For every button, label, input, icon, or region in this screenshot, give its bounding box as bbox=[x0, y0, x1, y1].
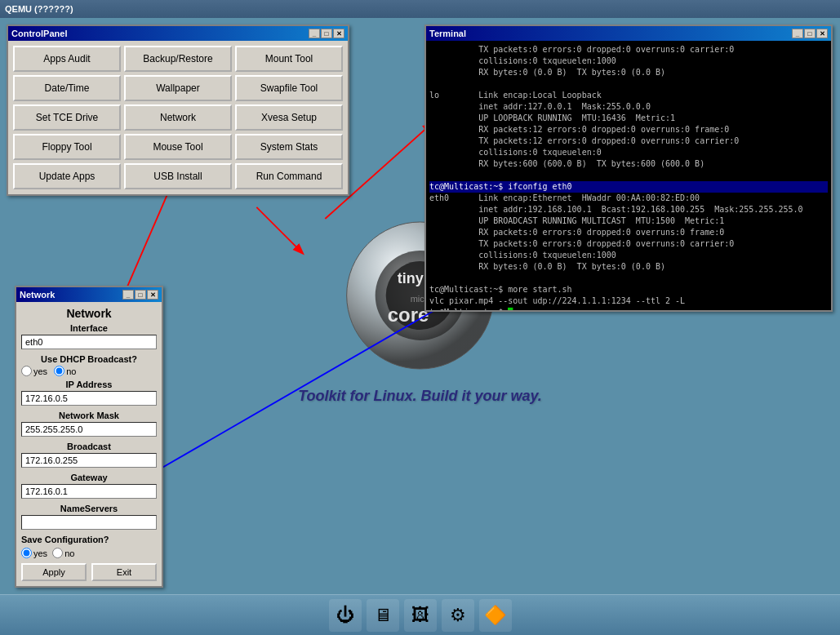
term-line-1: TX packets:0 errors:0 dropped:0 overruns… bbox=[429, 44, 828, 56]
term-line-18: TX packets:0 errors:0 dropped:0 overruns… bbox=[429, 238, 828, 250]
net-close-btn[interactable]: ✕ bbox=[147, 290, 158, 300]
term-line-23: vlc pixar.mp4 --sout udp://224.1.1.1:123… bbox=[429, 295, 828, 307]
backup-restore-btn[interactable]: Backup/Restore bbox=[124, 46, 232, 72]
set-tce-drive-btn[interactable]: Set TCE Drive bbox=[13, 104, 121, 131]
dhcp-yes-text: yes bbox=[33, 366, 47, 376]
network-buttons: Apply Exit bbox=[21, 563, 157, 581]
xvesa-setup-btn[interactable]: Xvesa Setup bbox=[235, 104, 343, 131]
cp-close-btn[interactable]: ✕ bbox=[333, 29, 344, 38]
net-minimize-btn[interactable]: _ bbox=[122, 290, 134, 300]
wallpaper-btn[interactable]: Wallpaper bbox=[124, 75, 232, 101]
ip-label: IP Address bbox=[21, 380, 157, 389]
app-title: QEMU (??????) bbox=[5, 4, 73, 14]
dhcp-no-label[interactable]: no bbox=[54, 366, 76, 376]
dhcp-yes-radio[interactable] bbox=[21, 366, 32, 376]
terminal-titlebar: Terminal _ □ ✕ bbox=[426, 26, 831, 41]
dock-warning-icon[interactable]: 🔶 bbox=[479, 599, 512, 632]
term-line-9: TX packets:12 errors:0 dropped:0 overrun… bbox=[429, 135, 828, 147]
term-line-24: tc@Multicast:~$ █ bbox=[429, 307, 828, 310]
floppy-tool-btn[interactable]: Floppy Tool bbox=[13, 134, 121, 160]
ip-input[interactable] bbox=[21, 391, 157, 406]
terminal-content[interactable]: TX packets:0 errors:0 dropped:0 overruns… bbox=[426, 41, 831, 310]
network-btn[interactable]: Network bbox=[124, 104, 232, 131]
run-command-btn[interactable]: Run Command bbox=[235, 163, 343, 189]
term-line-13: tc@Multicast:~$ ifconfig eth0 bbox=[429, 181, 828, 193]
term-line-8: RX packets:12 errors:0 dropped:0 overrun… bbox=[429, 124, 828, 135]
gateway-label: Gateway bbox=[21, 473, 157, 482]
dock-desktop-icon[interactable]: 🖥 bbox=[367, 599, 399, 632]
controlpanel-title: ControlPanel bbox=[11, 29, 67, 38]
swapfile-tool-btn[interactable]: Swapfile Tool bbox=[235, 75, 343, 101]
dhcp-no-radio[interactable] bbox=[54, 366, 64, 376]
usb-install-btn[interactable]: USB Install bbox=[124, 163, 232, 189]
controlpanel-window: ControlPanel _ □ ✕ Apps Audit Backup/Res… bbox=[7, 24, 349, 196]
svg-text:tiny: tiny bbox=[397, 270, 423, 286]
term-line-17: RX packets:0 errors:0 dropped:0 overruns… bbox=[429, 227, 828, 238]
term-line-14: eth0 Link encap:Ethernet HWaddr 00:AA:00… bbox=[429, 193, 828, 204]
term-maximize-btn[interactable]: □ bbox=[804, 29, 816, 38]
term-line-6: inet addr:127.0.0.1 Mask:255.0.0.0 bbox=[429, 101, 828, 113]
net-maximize-btn[interactable]: □ bbox=[135, 290, 146, 300]
save-config-label: Save Configuration? bbox=[21, 535, 109, 544]
svg-text:core: core bbox=[387, 304, 429, 326]
term-line-20: RX bytes:0 (0.0 B) TX bytes:0 (0.0 B) bbox=[429, 261, 828, 273]
term-line-5: lo Link encap:Local Loopback bbox=[429, 90, 828, 101]
term-line-4 bbox=[429, 78, 828, 90]
term-line-22: tc@Multicast:~$ more start.sh bbox=[429, 284, 828, 295]
mask-input[interactable] bbox=[21, 422, 157, 437]
broadcast-label: Broadcast bbox=[21, 442, 157, 451]
term-line-10: collisions:0 txqueuelen:0 bbox=[429, 147, 828, 158]
dock-settings-icon[interactable]: ⚙ bbox=[442, 599, 474, 632]
dhcp-no-text: no bbox=[66, 366, 76, 376]
save-yes-label[interactable]: yes bbox=[21, 548, 47, 558]
save-no-text: no bbox=[64, 548, 74, 558]
save-no-label[interactable]: no bbox=[52, 548, 74, 558]
term-line-11: RX bytes:600 (600.0 B) TX bytes:600 (600… bbox=[429, 158, 828, 170]
term-line-21 bbox=[429, 273, 828, 284]
save-yes-radio[interactable] bbox=[21, 548, 32, 558]
term-line-2: collisions:0 txqueuelen:1000 bbox=[429, 56, 828, 67]
terminal-window: Terminal _ □ ✕ TX packets:0 errors:0 dro… bbox=[424, 24, 833, 312]
interface-input[interactable] bbox=[21, 335, 157, 349]
network-content: Network Interface Use DHCP Broadcast? ye… bbox=[16, 302, 162, 586]
term-line-19: collisions:0 txqueuelen:1000 bbox=[429, 250, 828, 261]
controlpanel-titlebar: ControlPanel _ □ ✕ bbox=[8, 26, 348, 41]
network-controls[interactable]: _ □ ✕ bbox=[122, 290, 158, 300]
save-config-radio-group: yes no bbox=[21, 548, 157, 558]
controlpanel-controls[interactable]: _ □ ✕ bbox=[309, 29, 344, 38]
term-line-16: UP BROADCAST RUNNING MULTICAST MTU:1500 … bbox=[429, 215, 828, 227]
apps-audit-btn[interactable]: Apps Audit bbox=[13, 46, 121, 72]
term-close-btn[interactable]: ✕ bbox=[816, 29, 828, 38]
cp-maximize-btn[interactable]: □ bbox=[321, 29, 332, 38]
dock-image-icon[interactable]: 🖼 bbox=[404, 599, 437, 632]
bottom-taskbar: ⏻ 🖥 🖼 ⚙ 🔶 bbox=[0, 594, 840, 635]
mask-label: Network Mask bbox=[21, 411, 157, 420]
save-config-row: Save Configuration? bbox=[21, 535, 157, 544]
dhcp-radio-group: yes no bbox=[21, 366, 157, 376]
nameservers-input[interactable] bbox=[21, 515, 157, 530]
term-line-12 bbox=[429, 170, 828, 181]
exit-button[interactable]: Exit bbox=[91, 563, 157, 581]
apply-button[interactable]: Apply bbox=[21, 563, 87, 581]
tinycore-tagline: Toolkit for Linux. Build it your way. bbox=[298, 388, 542, 405]
save-no-radio[interactable] bbox=[52, 548, 63, 558]
save-yes-text: yes bbox=[33, 548, 47, 558]
network-window-title: Network bbox=[20, 290, 55, 300]
dock-power-icon[interactable]: ⏻ bbox=[329, 599, 362, 632]
term-line-15: inet addr:192.168.100.1 Bcast:192.168.10… bbox=[429, 204, 828, 215]
cp-minimize-btn[interactable]: _ bbox=[309, 29, 320, 38]
broadcast-input[interactable] bbox=[21, 453, 157, 468]
terminal-title: Terminal bbox=[429, 29, 466, 38]
nameservers-label: NameServers bbox=[21, 504, 157, 513]
gateway-input[interactable] bbox=[21, 484, 157, 499]
update-apps-btn[interactable]: Update Apps bbox=[13, 163, 121, 189]
terminal-cursor: █ bbox=[508, 308, 513, 310]
system-stats-btn[interactable]: System Stats bbox=[235, 134, 343, 160]
dhcp-yes-label[interactable]: yes bbox=[21, 366, 47, 376]
mouse-tool-btn[interactable]: Mouse Tool bbox=[124, 134, 232, 160]
mount-tool-btn[interactable]: Mount Tool bbox=[235, 46, 343, 72]
date-time-btn[interactable]: Date/Time bbox=[13, 75, 121, 101]
network-heading: Network bbox=[21, 307, 157, 320]
term-minimize-btn[interactable]: _ bbox=[792, 29, 803, 38]
terminal-controls[interactable]: _ □ ✕ bbox=[792, 29, 828, 38]
